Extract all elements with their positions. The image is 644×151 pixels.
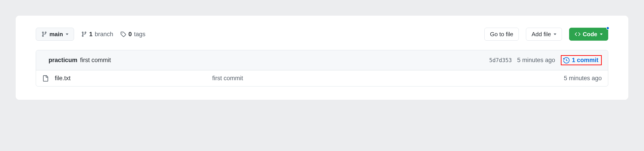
add-file-label: Add file (532, 31, 551, 38)
git-branch-icon (81, 31, 87, 37)
branch-label: branch (95, 31, 113, 38)
caret-down-icon (600, 33, 603, 35)
commit-author[interactable]: practicum (48, 57, 77, 64)
commit-sha[interactable]: 5d7d353 (489, 57, 512, 63)
commit-time: 5 minutes ago (517, 57, 555, 64)
caret-down-icon (66, 33, 68, 35)
git-branch-icon (41, 31, 47, 37)
tag-icon (120, 31, 126, 37)
branch-name: main (50, 31, 63, 38)
code-button[interactable]: Code (569, 28, 608, 41)
code-label: Code (583, 31, 597, 38)
tags-link[interactable]: 0 tags (120, 31, 145, 38)
file-name: file.txt (55, 75, 71, 82)
branch-count: 1 (89, 31, 92, 38)
branches-link[interactable]: 1 branch (81, 31, 113, 38)
go-to-file-label: Go to file (490, 31, 513, 38)
tag-count: 0 (128, 31, 132, 38)
commit-history-label: 1 commit (572, 57, 598, 64)
file-icon (42, 75, 48, 82)
repo-card: main 1 branch 0 tags Go to file Add file… (16, 16, 628, 100)
caret-down-icon (554, 33, 556, 35)
history-icon (563, 57, 570, 63)
commit-message[interactable]: first commit (80, 57, 111, 64)
latest-commit-bar: practicum first commit 5d7d353 5 minutes… (36, 50, 608, 70)
file-time: 5 minutes ago (564, 75, 602, 82)
file-listing: practicum first commit 5d7d353 5 minutes… (36, 50, 608, 86)
notification-dot-icon (606, 27, 609, 30)
file-commit-message[interactable]: first commit (212, 75, 564, 82)
code-icon (575, 31, 580, 37)
add-file-button[interactable]: Add file (526, 28, 562, 41)
file-row[interactable]: file.txt first commit 5 minutes ago (36, 70, 608, 86)
go-to-file-button[interactable]: Go to file (484, 28, 519, 41)
repo-toolbar: main 1 branch 0 tags Go to file Add file… (36, 28, 608, 41)
branch-select-button[interactable]: main (36, 28, 74, 41)
commit-history-link[interactable]: 1 commit (561, 55, 602, 65)
tag-label: tags (134, 31, 145, 38)
